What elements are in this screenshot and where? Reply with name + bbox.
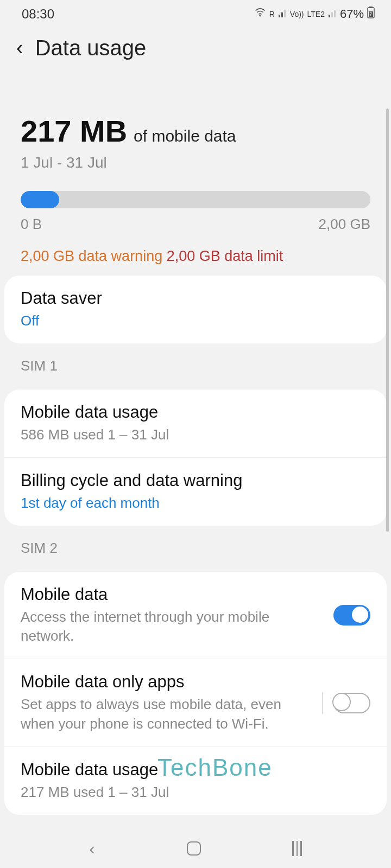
data-saver-row[interactable]: Data saver Off <box>4 276 387 343</box>
svg-rect-3 <box>284 10 286 17</box>
sim2-mobile-data-title: Mobile data <box>21 585 323 604</box>
sim2-only-apps-title: Mobile data only apps <box>21 672 311 692</box>
sim1-mobile-usage-title: Mobile data usage <box>21 403 370 422</box>
status-time: 08:30 <box>22 7 54 22</box>
battery-percent: 67% <box>340 7 364 21</box>
svg-rect-1 <box>279 15 280 17</box>
sim2-only-apps-row[interactable]: Mobile data only apps Set apps to always… <box>4 659 387 746</box>
svg-rect-2 <box>281 12 283 17</box>
sim1-billing-row[interactable]: Billing cycle and data warning 1st day o… <box>4 457 387 526</box>
svg-rect-5 <box>331 12 333 17</box>
mobile-data-toggle[interactable] <box>333 605 370 626</box>
back-icon[interactable]: ‹ <box>16 36 23 60</box>
usage-label: of mobile data <box>134 127 236 145</box>
status-bar: 08:30 R Vo)) LTE2 67% <box>0 0 391 26</box>
data-limit: 2,00 GB data limit <box>167 248 283 264</box>
sim2-mobile-usage-sub: 217 MB used 1 – 31 Jul <box>21 783 370 802</box>
sim2-only-apps-sub: Set apps to always use mobile data, even… <box>21 695 311 733</box>
svg-point-0 <box>260 15 261 16</box>
scrollbar[interactable] <box>386 108 389 532</box>
progress-max: 2,00 GB <box>319 216 370 233</box>
progress-min: 0 B <box>21 216 42 233</box>
page-title: Data usage <box>35 36 147 60</box>
nav-back-icon[interactable]: ‹ <box>89 839 95 859</box>
only-apps-toggle[interactable] <box>333 693 370 713</box>
watermark: TechBone <box>157 754 273 781</box>
svg-rect-4 <box>329 15 330 17</box>
usage-period: 1 Jul - 31 Jul <box>21 154 370 171</box>
toggle-divider <box>322 692 323 714</box>
header: ‹ Data usage <box>0 26 391 66</box>
signal-icon-2 <box>328 7 337 21</box>
data-saver-title: Data saver <box>21 289 370 308</box>
network-indicator: LTE2 <box>307 10 325 18</box>
data-warning: 2,00 GB data warning <box>21 248 162 264</box>
sim2-label: SIM 2 <box>0 526 391 561</box>
sim1-billing-title: Billing cycle and data warning <box>21 471 370 490</box>
nav-recents-icon[interactable] <box>292 841 302 856</box>
sim1-mobile-usage-sub: 586 MB used 1 – 31 Jul <box>21 425 370 444</box>
sim1-billing-sub: 1st day of each month <box>21 494 370 513</box>
sim1-card: Mobile data usage 586 MB used 1 – 31 Jul… <box>4 390 387 526</box>
battery-icon <box>367 7 375 22</box>
sim1-mobile-usage-row[interactable]: Mobile data usage 586 MB used 1 – 31 Jul <box>4 390 387 457</box>
navigation-bar: ‹ <box>0 829 391 868</box>
signal-icon-1 <box>278 7 287 21</box>
roaming-indicator: R <box>269 10 275 18</box>
usage-progress-fill <box>21 191 59 208</box>
status-right: R Vo)) LTE2 67% <box>254 7 375 22</box>
usage-summary: 217 MB of mobile data 1 Jul - 31 Jul 0 B… <box>0 66 391 265</box>
usage-amount: 217 MB <box>21 113 127 149</box>
sim1-label: SIM 1 <box>0 343 391 379</box>
wifi-icon <box>254 7 266 21</box>
volte-indicator: Vo)) <box>290 10 304 18</box>
data-saver-status: Off <box>21 311 370 330</box>
svg-rect-6 <box>334 10 336 17</box>
nav-home-icon[interactable] <box>187 841 201 856</box>
sim2-mobile-data-row[interactable]: Mobile data Access the internet through … <box>4 572 387 659</box>
sim2-mobile-data-sub: Access the internet through your mobile … <box>21 608 323 646</box>
usage-progress-bar <box>21 191 370 208</box>
svg-rect-8 <box>369 7 373 8</box>
data-saver-card: Data saver Off <box>4 276 387 343</box>
